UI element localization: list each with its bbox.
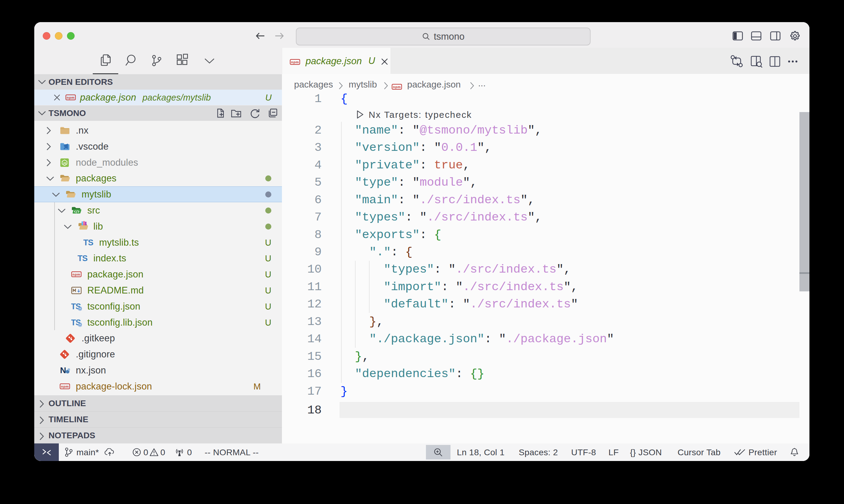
svg-text:JS: JS	[63, 162, 66, 165]
svg-text:N: N	[60, 366, 66, 374]
svg-text:npm: npm	[72, 273, 80, 276]
svg-text:npm: npm	[61, 385, 69, 388]
svg-text:npm: npm	[291, 60, 299, 64]
svg-text:npm: npm	[67, 96, 74, 100]
svg-text:TS: TS	[77, 254, 88, 263]
svg-text:npm: npm	[393, 85, 401, 89]
svg-text:TS: TS	[83, 238, 93, 247]
